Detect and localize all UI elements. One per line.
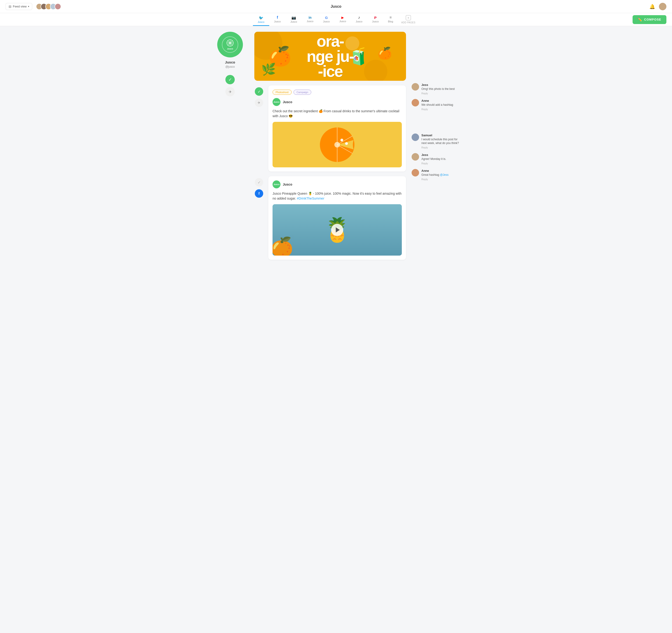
- post2-left-icons: ✓ f: [254, 176, 264, 260]
- post1-tags: Photoshoot Campaign: [272, 90, 402, 95]
- header-left: ⊟ Feed view ▾: [6, 3, 61, 10]
- comment-anne2: Anne Great hashtag @Jess Reply: [412, 169, 461, 181]
- profile-handle: @jusco: [225, 65, 235, 68]
- avatar-5: [55, 3, 61, 10]
- play-triangle: [336, 227, 340, 233]
- comment-anne2-name: Anne: [422, 169, 449, 172]
- compose-label: COMPOSE: [644, 18, 661, 21]
- comment-anne2-text: Great hashtag @Jess: [422, 173, 449, 177]
- feed-view-label: Feed view: [13, 5, 27, 8]
- banner-text: ora-nge ju--ice: [307, 33, 354, 79]
- tab-facebook[interactable]: f Jusco: [269, 14, 286, 25]
- send-button[interactable]: ✈: [225, 87, 235, 96]
- tiktok-icon: ♪: [358, 16, 360, 20]
- comment-2: Anne We should add a hashtag Reply: [412, 99, 461, 111]
- comment-samuel-text: I would schedule this post for next week…: [422, 138, 461, 145]
- comment-1: Jess Omg! this photo is the best Reply: [412, 83, 461, 95]
- tab-instagram[interactable]: 📷 Jusco: [286, 14, 302, 26]
- tab-blog-label: Blog: [388, 20, 393, 23]
- notification-button[interactable]: 🔔: [649, 4, 655, 9]
- post1-image: [272, 122, 402, 167]
- post2-image: 🍊 🍍: [272, 204, 402, 256]
- nav-tabs: 🐦 Jusco f Jusco 📷 Jusco in Jusco G Jusco…: [0, 13, 672, 26]
- comment-jess2-body: Jess Agree! Monday it is. Reply: [422, 153, 446, 165]
- post2-approve-button[interactable]: ✓: [255, 178, 263, 187]
- comment-samuel-avatar: [412, 134, 419, 141]
- compose-icon: ✏️: [638, 18, 642, 22]
- add-pages-button[interactable]: + ADD PAGES: [398, 13, 419, 26]
- comments-column: Jess Omg! this photo is the best Reply A…: [412, 32, 461, 264]
- instagram-icon: 📷: [291, 16, 296, 20]
- comment-samuel-reply[interactable]: Reply: [422, 146, 461, 149]
- comment-anne2-body: Anne Great hashtag @Jess Reply: [422, 169, 449, 181]
- comments-panel-1: Jess Omg! this photo is the best Reply A…: [412, 83, 461, 115]
- post2-text: Jusco Pineapple Queen 🍍 - 100% juice. 10…: [272, 191, 402, 201]
- youtube-icon: ▶: [341, 16, 344, 19]
- comment-samuel-body: Samuel I would schedule this post for ne…: [422, 134, 461, 149]
- comment-2-avatar: [412, 99, 419, 107]
- post2-facebook-button[interactable]: f: [255, 189, 263, 198]
- sidebar-actions: ✓ ✈: [225, 75, 235, 96]
- mention-jess[interactable]: @Jess: [440, 173, 449, 177]
- header-right: 🔔: [649, 3, 666, 10]
- post1-author: Jusco Jusco: [272, 98, 402, 106]
- comment-jess2: Jess Agree! Monday it is. Reply: [412, 153, 461, 165]
- post2-author: Jusco Jusco: [272, 181, 402, 188]
- profile-name: Jusco: [225, 60, 235, 64]
- post1-card: Photoshoot Campaign Jusco Jusco Check ou…: [268, 86, 406, 171]
- comment-jess2-name: Jess: [422, 153, 446, 157]
- tab-pinterest-label: Jusco: [372, 20, 379, 23]
- tab-linkedin[interactable]: in Jusco: [302, 14, 318, 25]
- pacman-svg: [320, 127, 355, 162]
- tab-youtube-label: Jusco: [339, 20, 346, 23]
- tag-photoshoot[interactable]: Photoshoot: [272, 90, 292, 95]
- post2-section: ✓ f Jusco Jusco Jusco Pineapple Queen 🍍 …: [254, 176, 406, 260]
- tab-blog[interactable]: ≡ Blog: [384, 14, 398, 25]
- tab-youtube[interactable]: ▶ Jusco: [335, 14, 351, 25]
- comment-1-avatar: [412, 83, 419, 91]
- tab-facebook-label: Jusco: [274, 20, 281, 23]
- tag-campaign[interactable]: Campaign: [293, 90, 311, 95]
- post2-hashtag: #DrinkTheSummer: [297, 196, 324, 200]
- user-avatar[interactable]: [659, 3, 666, 10]
- tab-twitter-label: Jusco: [258, 21, 264, 23]
- comment-jess2-text: Agree! Monday it is.: [422, 157, 446, 161]
- post2-card: Jusco Jusco Jusco Pineapple Queen 🍍 - 10…: [268, 176, 406, 260]
- comment-1-reply[interactable]: Reply: [422, 92, 455, 95]
- comment-2-name: Anne: [422, 99, 453, 102]
- approve-button[interactable]: ✓: [225, 75, 235, 84]
- tab-instagram-label: Jusco: [290, 20, 297, 23]
- feed: 🍊 🍊 🌿 🧃 ora-nge ju--ice ✓ ✈ Photoshoot C…: [254, 32, 406, 264]
- twitter-icon: 🐦: [259, 16, 263, 20]
- comment-2-reply[interactable]: Reply: [422, 108, 453, 111]
- post1-send-button[interactable]: ✈: [255, 98, 263, 107]
- comment-jess2-avatar: [412, 153, 419, 161]
- comment-anne2-reply[interactable]: Reply: [422, 178, 449, 181]
- post2-author-name: Jusco: [283, 183, 292, 186]
- svg-point-12: [340, 139, 343, 141]
- tab-google-label: Jusco: [323, 20, 330, 23]
- profile-logo-text: Jusco: [227, 48, 233, 50]
- banner: 🍊 🍊 🌿 🧃 ora-nge ju--ice: [254, 32, 406, 81]
- pinterest-icon: P: [374, 16, 377, 20]
- tab-pinterest[interactable]: P Jusco: [367, 14, 384, 25]
- tab-twitter[interactable]: 🐦 Jusco: [253, 14, 269, 26]
- tab-linkedin-label: Jusco: [307, 20, 313, 23]
- feed-view-button[interactable]: ⊟ Feed view ▾: [6, 3, 32, 10]
- tab-google[interactable]: G Jusco: [318, 14, 335, 25]
- compose-button[interactable]: ✏️ COMPOSE: [632, 15, 666, 24]
- post1-approve-button[interactable]: ✓: [255, 87, 263, 96]
- post1-section: ✓ ✈ Photoshoot Campaign Jusco Jusco Chec…: [254, 86, 406, 171]
- comment-samuel-name: Samuel: [422, 134, 461, 137]
- post1-author-name: Jusco: [283, 100, 292, 104]
- post1-left-icons: ✓ ✈: [254, 86, 264, 171]
- post2-author-avatar: Jusco: [272, 181, 281, 188]
- google-icon: G: [325, 16, 328, 20]
- comment-jess2-reply[interactable]: Reply: [422, 162, 446, 165]
- tab-tiktok[interactable]: ♪ Jusco: [351, 14, 367, 25]
- header-avatars: [36, 3, 61, 10]
- header: ⊟ Feed view ▾ Jusco 🔔: [0, 0, 672, 13]
- play-button[interactable]: [331, 224, 343, 236]
- sidebar: Jusco Jusco @jusco ✓ ✈: [211, 32, 249, 264]
- comment-1-name: Jess: [422, 83, 455, 87]
